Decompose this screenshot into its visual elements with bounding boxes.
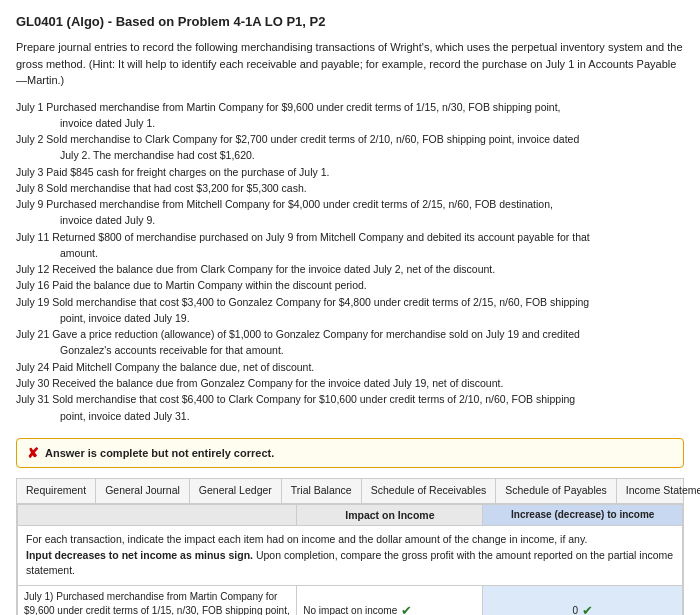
col-impact: Impact on Income bbox=[297, 504, 483, 525]
tab-schedule-receivables[interactable]: Schedule of Receivables bbox=[362, 479, 497, 503]
table-row: July 1) Purchased merchandise from Marti… bbox=[18, 586, 683, 615]
tab-general-journal[interactable]: General Journal bbox=[96, 479, 190, 503]
col-description bbox=[18, 504, 297, 525]
tab-general-ledger[interactable]: General Ledger bbox=[190, 479, 282, 503]
check-icon-0b: ✔ bbox=[582, 602, 593, 615]
page-title: GL0401 (Algo) - Based on Problem 4-1A LO… bbox=[16, 14, 684, 29]
transactions-list: July 1 Purchased merchandise from Martin… bbox=[16, 99, 684, 424]
instructions-row: For each transaction, indicate the impac… bbox=[18, 525, 683, 585]
tab-requirement[interactable]: Requirement bbox=[17, 479, 96, 503]
intro-text: Prepare journal entries to record the fo… bbox=[16, 39, 684, 89]
answer-banner: ✘ Answer is complete but not entirely co… bbox=[16, 438, 684, 468]
warning-icon: ✘ bbox=[27, 445, 39, 461]
tabs-row[interactable]: Requirement General Journal General Ledg… bbox=[16, 478, 684, 503]
col-increase: Increase (decrease) to income bbox=[483, 504, 683, 525]
main-table-wrap: Impact on Income Increase (decrease) to … bbox=[16, 503, 684, 615]
tab-income-statement[interactable]: Income Statement bbox=[617, 479, 700, 503]
check-icon-0: ✔ bbox=[401, 602, 412, 615]
tab-schedule-payables[interactable]: Schedule of Payables bbox=[496, 479, 617, 503]
tab-trial-balance[interactable]: Trial Balance bbox=[282, 479, 362, 503]
